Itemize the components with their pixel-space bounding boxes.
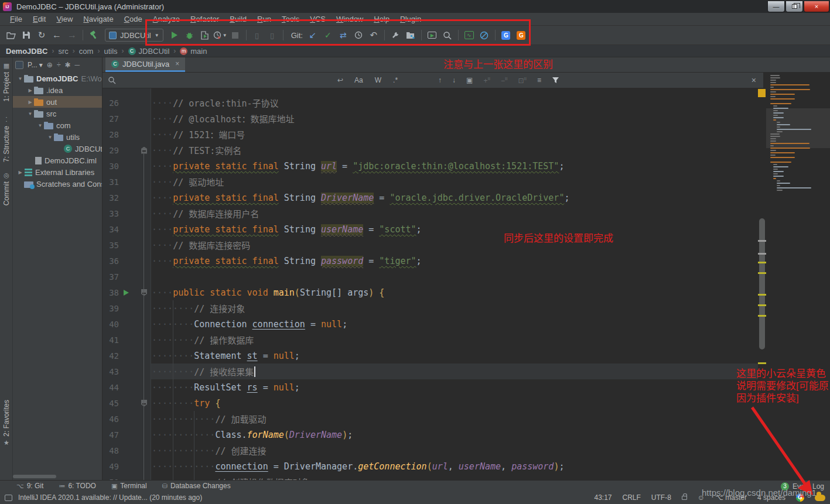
select-all-occurrences-icon[interactable]: ▣ — [461, 76, 478, 84]
fold-marker-icon[interactable] — [141, 289, 147, 296]
tree-arrow-icon[interactable]: ▼ — [26, 111, 34, 116]
title-bar: IJ DemoJDBC – JDBCUtil.java (Administrat… — [0, 0, 830, 13]
tree-arrow-icon[interactable]: ▼ — [36, 123, 44, 128]
search-icon[interactable] — [103, 76, 121, 84]
project-view-combo[interactable]: P... ▾ — [28, 61, 43, 69]
menu-view[interactable]: View — [51, 13, 78, 25]
fold-marker-icon[interactable] — [141, 400, 147, 407]
menu-edit[interactable]: Edit — [28, 13, 51, 25]
breadcrumb-src[interactable]: src — [59, 47, 69, 56]
annotation-red-box — [145, 19, 531, 46]
breadcrumb-com[interactable]: com — [79, 47, 94, 56]
open-folder-icon[interactable] — [4, 28, 19, 42]
file-encoding[interactable]: UTF-8 — [651, 493, 671, 502]
caret-position[interactable]: 43:17 — [594, 493, 612, 502]
ide-update-message[interactable]: IntelliJ IDEA 2020.1 available: // Updat… — [18, 493, 202, 502]
line-number: 48 — [103, 446, 119, 455]
minimap-line — [773, 164, 777, 165]
newline-icon[interactable]: ↩ — [332, 76, 349, 84]
code-line-28: ····// 1521：端口号 — [152, 126, 245, 142]
bottom-tab-database-changes[interactable]: ⛁Database Changes — [162, 482, 231, 490]
minimap-line — [770, 91, 776, 92]
minimap-line — [773, 178, 776, 179]
sidebar-tab-favorites[interactable]: 2: Favorites ★ — [0, 400, 13, 447]
add-occurrence-icon[interactable]: +II — [478, 76, 495, 85]
breadcrumb-jdbcutil[interactable]: CJDBCUtil — [128, 47, 170, 56]
menu-code[interactable]: Code — [119, 13, 148, 25]
project-view-icon[interactable] — [15, 61, 23, 69]
fold-marker-icon[interactable] — [141, 147, 147, 154]
scratch-icon — [24, 181, 33, 188]
next-occurrence-icon[interactable]: ↓ — [447, 76, 461, 84]
words-toggle[interactable]: W — [369, 76, 387, 84]
line-ending[interactable]: CRLF — [623, 493, 641, 502]
hide-panel-icon[interactable]: ─ — [75, 61, 80, 69]
match-case-toggle[interactable]: Aa — [349, 76, 369, 84]
tree-item-scratches-and-cons[interactable]: Scratches and Cons — [13, 178, 102, 190]
annotation-arrow — [744, 404, 826, 500]
tree-item-demojdbc-iml[interactable]: DemoJDBC.iml — [13, 155, 102, 166]
regex-toggle[interactable]: .* — [387, 76, 404, 84]
sidebar-tab-commit[interactable]: ◎ Commit — [0, 172, 13, 205]
minimap-line — [770, 138, 776, 139]
sidebar-tab-project[interactable]: ▦ 1: Project — [0, 62, 13, 102]
filter-lines-icon[interactable]: ≡ — [532, 76, 546, 84]
exclude-occurrence-icon[interactable]: ⊡II — [513, 76, 532, 85]
tree-item-com[interactable]: ▼com — [13, 119, 102, 131]
bottom-tab-terminal[interactable]: ▣Terminal — [111, 482, 147, 490]
close-tab-icon[interactable]: × — [175, 60, 179, 68]
scrollbar-thumb[interactable] — [759, 218, 765, 349]
tree-arrow-icon[interactable]: ▶ — [26, 100, 34, 105]
tree-arrow-icon[interactable]: ▼ — [46, 135, 54, 140]
tree-item-out[interactable]: ▶out — [13, 96, 102, 108]
tree-item--idea[interactable]: ▶.idea — [13, 84, 102, 96]
code-editor[interactable]: ····// oracle:thin-子协议····// @localhost：… — [152, 88, 758, 480]
prev-occurrence-icon[interactable]: ↑ — [433, 76, 447, 84]
sidebar-tab-structure[interactable]: ⁚ 7: Structure — [0, 116, 13, 162]
tree-arrow-icon[interactable]: ▶ — [16, 170, 24, 175]
breadcrumb-main[interactable]: mmain — [180, 47, 207, 56]
search-input[interactable] — [121, 75, 332, 85]
toolwindow-toggle-icon[interactable] — [5, 495, 12, 501]
bottom-tab--todo[interactable]: ≔6: TODO — [59, 482, 96, 490]
code-line-50: ············// 创建操作数据库对象 — [152, 474, 310, 480]
tree-item-external-libraries[interactable]: ▶External Libraries — [13, 166, 102, 178]
build-hammer-icon[interactable] — [86, 28, 101, 42]
locate-file-icon[interactable]: ⊕ — [47, 61, 53, 69]
forward-icon[interactable]: → — [64, 28, 80, 42]
tree-item-utils[interactable]: ▼utils — [13, 131, 102, 143]
horizontal-scrollbar[interactable] — [13, 475, 56, 478]
tree-item-demojdbc[interactable]: ▼DemoJDBCE:\Wor — [13, 73, 102, 84]
minimap-line — [777, 190, 783, 191]
save-icon[interactable] — [19, 28, 34, 42]
tree-arrow-icon[interactable]: ▶ — [26, 88, 34, 93]
gear-icon[interactable]: ✱ — [64, 61, 70, 69]
bottom-tab--git[interactable]: ⌥9: Git — [16, 482, 43, 490]
annotation-sync-note: 同步后这里的设置即完成 — [504, 232, 613, 245]
collapse-all-icon[interactable]: ÷ — [57, 61, 61, 69]
back-icon[interactable]: ← — [49, 28, 64, 42]
line-number: 37 — [103, 272, 119, 282]
minimap-line — [770, 87, 774, 88]
line-number: 45 — [103, 399, 119, 408]
filter-funnel-icon[interactable] — [546, 77, 565, 84]
menu-file[interactable]: File — [5, 13, 28, 25]
breadcrumb-utils[interactable]: utils — [104, 47, 117, 56]
breadcrumb-demojdbc[interactable]: DemoJDBC — [6, 47, 48, 56]
code-line-41: ········// 操作数据库 — [152, 332, 254, 348]
menu-navigate[interactable]: Navigate — [78, 13, 118, 25]
lock-icon[interactable] — [682, 496, 687, 500]
tree-arrow-icon[interactable]: ▼ — [16, 76, 24, 81]
tab-jdbcutil[interactable]: C JDBCUtil.java × — [105, 57, 185, 72]
close-button[interactable]: × — [804, 1, 829, 12]
close-find-icon[interactable]: × — [744, 76, 763, 85]
restore-button[interactable] — [785, 1, 803, 12]
remove-occurrence-icon[interactable]: −II — [496, 76, 513, 85]
terminal-icon: ▣ — [111, 482, 117, 490]
minimize-button[interactable]: — — [767, 1, 785, 12]
minimap-line — [770, 103, 791, 104]
tree-item-src[interactable]: ▼src — [13, 108, 102, 119]
sync-icon[interactable]: ↻ — [34, 28, 49, 42]
run-main-icon[interactable] — [124, 290, 129, 296]
tree-item-jdbcut[interactable]: CJDBCUt — [13, 143, 102, 155]
